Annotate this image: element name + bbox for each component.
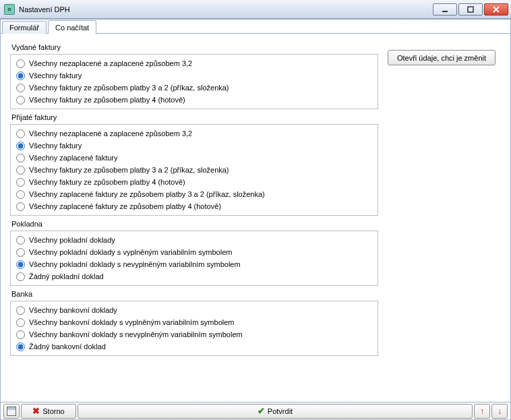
option-label: Všechny pokladní doklady s vyplněným var…: [29, 248, 232, 256]
radio-banka-1[interactable]: [16, 318, 25, 327]
option-prijate-6[interactable]: Všechny zaplacené faktury ze způsobem pl…: [11, 200, 378, 212]
option-prijate-5[interactable]: Všechny zaplacené faktury ze způsobem pl…: [11, 188, 378, 200]
option-label: Všechny faktury: [29, 142, 82, 150]
radio-prijate-0[interactable]: [16, 129, 25, 138]
svg-rect-1: [468, 7, 473, 12]
radio-banka-3[interactable]: [16, 342, 25, 351]
arrow-up-icon: ↑: [480, 407, 484, 416]
option-label: Všechny bankovní doklady s nevyplněným v…: [29, 330, 243, 338]
window-title: Nastavení DPH: [19, 5, 70, 13]
option-pokladna-0[interactable]: Všechny pokladní doklady: [11, 234, 378, 246]
option-prijate-0[interactable]: Všechny nezaplacené a zaplacené způsobem…: [11, 127, 378, 140]
option-banka-2[interactable]: Všechny bankovní doklady s nevyplněným v…: [11, 328, 378, 340]
radio-vydane-0[interactable]: [16, 59, 25, 68]
bottombar: ✖ Storno ✔ Potvrdit ↑ ↓: [1, 402, 510, 419]
radio-pokladna-1[interactable]: [16, 248, 25, 257]
radio-prijate-2[interactable]: [16, 154, 25, 162]
open-to-edit-button[interactable]: Otevři údaje, chci je změnit: [388, 50, 495, 65]
option-label: Všechny faktury: [29, 71, 82, 80]
tabstrip: Formulář Co načítat: [1, 20, 510, 34]
option-label: Všechny faktury ze způsobem platby 4 (ho…: [29, 178, 185, 186]
radio-prijate-5[interactable]: [16, 190, 25, 199]
option-vydane-2[interactable]: Všechny faktury ze způsobem platby 3 a 2…: [11, 82, 378, 94]
radio-vydane-1[interactable]: [16, 71, 25, 80]
option-label: Všechny pokladní doklady: [29, 236, 115, 244]
radio-vydane-3[interactable]: [16, 96, 25, 104]
radio-banka-2[interactable]: [16, 330, 25, 339]
radio-pokladna-0[interactable]: [16, 236, 25, 245]
option-label: Všechny faktury ze způsobem platby 3 a 2…: [29, 84, 229, 92]
option-vydane-3[interactable]: Všechny faktury ze způsobem platby 4 (ho…: [11, 94, 378, 106]
titlebar: ¤ Nastavení DPH: [0, 0, 511, 19]
option-banka-1[interactable]: Všechny bankovní doklady s vyplněným var…: [11, 316, 378, 328]
option-banka-3[interactable]: Žádný bankovní doklad: [11, 340, 378, 353]
radio-banka-0[interactable]: [16, 306, 25, 315]
group-box-pokladna: Všechny pokladní dokladyVšechny pokladní…: [10, 231, 378, 286]
storno-button[interactable]: ✖ Storno: [21, 404, 76, 419]
option-vydane-0[interactable]: Všechny nezaplacené a zaplacené způsobem…: [11, 57, 378, 69]
minimize-button[interactable]: [433, 3, 457, 16]
group-label-pokladna: Pokladna: [11, 220, 378, 228]
radio-pokladna-2[interactable]: [16, 260, 25, 269]
check-icon: ✔: [258, 406, 265, 416]
option-label: Všechny bankovní doklady: [29, 306, 117, 314]
group-box-banka: Všechny bankovní dokladyVšechny bankovní…: [10, 301, 378, 356]
close-button[interactable]: [484, 3, 508, 16]
move-up-button[interactable]: ↑: [474, 404, 490, 419]
option-label: Žádný pokladní doklad: [29, 272, 104, 280]
group-label-banka: Banka: [11, 290, 378, 298]
option-prijate-1[interactable]: Všechny faktury: [11, 140, 378, 152]
radio-prijate-3[interactable]: [16, 166, 25, 175]
option-label: Všechny nezaplacené a zaplacené způsobem…: [29, 59, 192, 67]
option-prijate-3[interactable]: Všechny faktury ze způsobem platby 3 a 2…: [11, 164, 378, 176]
radio-prijate-1[interactable]: [16, 142, 25, 150]
x-icon: ✖: [32, 406, 40, 416]
option-label: Žádný bankovní doklad: [29, 342, 106, 351]
calculator-button[interactable]: [3, 404, 20, 419]
radio-pokladna-3[interactable]: [16, 272, 25, 281]
option-label: Všechny zaplacené faktury ze způsobem pl…: [29, 190, 265, 198]
group-label-vydane: Vydané faktury: [11, 43, 378, 51]
option-banka-0[interactable]: Všechny bankovní doklady: [11, 304, 378, 316]
option-label: Všechny faktury ze způsobem platby 3 a 2…: [29, 166, 229, 174]
confirm-button[interactable]: ✔ Potvrdit: [78, 404, 473, 419]
radio-vydane-2[interactable]: [16, 84, 25, 92]
calculator-icon: [7, 407, 16, 416]
storno-label: Storno: [42, 407, 64, 415]
option-pokladna-2[interactable]: Všechny pokladní doklady s nevyplněným v…: [11, 258, 378, 270]
option-prijate-2[interactable]: Všechny zaplacené faktury: [11, 152, 378, 164]
group-box-vydane: Všechny nezaplacené a zaplacené způsobem…: [10, 54, 378, 109]
page-content: Otevři údaje, chci je změnit Vydané fakt…: [1, 34, 510, 402]
option-pokladna-3[interactable]: Žádný pokladní doklad: [11, 270, 378, 282]
radio-prijate-4[interactable]: [16, 178, 25, 187]
option-pokladna-1[interactable]: Všechny pokladní doklady s vyplněným var…: [11, 246, 378, 258]
option-label: Všechny zaplacené faktury ze způsobem pl…: [29, 202, 221, 210]
option-vydane-1[interactable]: Všechny faktury: [11, 69, 378, 82]
maximize-button[interactable]: [458, 3, 483, 16]
move-down-button[interactable]: ↓: [491, 404, 508, 419]
option-label: Všechny nezaplacené a zaplacené způsobem…: [29, 129, 192, 138]
arrow-down-icon: ↓: [498, 407, 502, 416]
option-label: Všechny bankovní doklady s vyplněným var…: [29, 318, 234, 326]
group-label-prijate: Přijaté faktury: [11, 113, 378, 121]
confirm-label: Potvrdit: [268, 407, 293, 415]
radio-prijate-6[interactable]: [16, 202, 25, 211]
app-icon: ¤: [4, 4, 15, 15]
tab-co-nacitat[interactable]: Co načítat: [48, 20, 96, 34]
tab-formular[interactable]: Formulář: [2, 21, 47, 34]
group-box-prijate: Všechny nezaplacené a zaplacené způsobem…: [10, 124, 378, 216]
option-label: Všechny faktury ze způsobem platby 4 (ho…: [29, 96, 185, 104]
option-label: Všechny pokladní doklady s nevyplněným v…: [29, 260, 241, 268]
option-prijate-4[interactable]: Všechny faktury ze způsobem platby 4 (ho…: [11, 176, 378, 188]
option-label: Všechny zaplacené faktury: [29, 154, 117, 162]
